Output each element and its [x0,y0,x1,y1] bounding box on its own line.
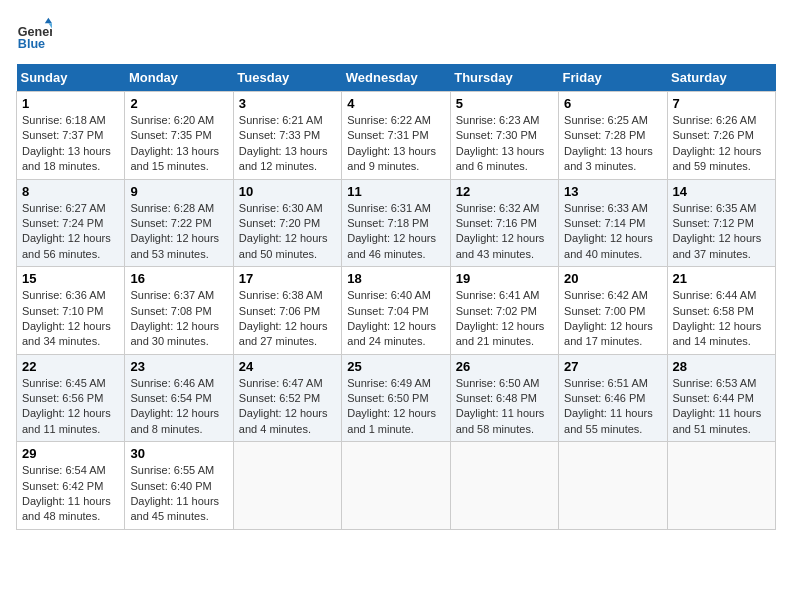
day-number: 11 [347,184,444,199]
day-number: 22 [22,359,119,374]
column-header-monday: Monday [125,64,233,92]
calendar-cell: 28Sunrise: 6:53 AMSunset: 6:44 PMDayligh… [667,354,775,442]
calendar-cell: 16Sunrise: 6:37 AMSunset: 7:08 PMDayligh… [125,267,233,355]
calendar-cell: 19Sunrise: 6:41 AMSunset: 7:02 PMDayligh… [450,267,558,355]
day-number: 4 [347,96,444,111]
day-number: 1 [22,96,119,111]
column-header-wednesday: Wednesday [342,64,450,92]
calendar-cell: 4Sunrise: 6:22 AMSunset: 7:31 PMDaylight… [342,92,450,180]
day-detail: Sunrise: 6:21 AMSunset: 7:33 PMDaylight:… [239,113,336,175]
calendar-cell: 6Sunrise: 6:25 AMSunset: 7:28 PMDaylight… [559,92,667,180]
calendar-cell: 17Sunrise: 6:38 AMSunset: 7:06 PMDayligh… [233,267,341,355]
day-number: 27 [564,359,661,374]
page-header: General Blue [16,16,776,52]
calendar-week-3: 15Sunrise: 6:36 AMSunset: 7:10 PMDayligh… [17,267,776,355]
day-number: 23 [130,359,227,374]
day-number: 5 [456,96,553,111]
day-detail: Sunrise: 6:54 AMSunset: 6:42 PMDaylight:… [22,463,119,525]
day-number: 29 [22,446,119,461]
calendar-cell: 20Sunrise: 6:42 AMSunset: 7:00 PMDayligh… [559,267,667,355]
day-detail: Sunrise: 6:23 AMSunset: 7:30 PMDaylight:… [456,113,553,175]
day-number: 19 [456,271,553,286]
day-number: 6 [564,96,661,111]
day-number: 28 [673,359,770,374]
logo: General Blue [16,16,52,52]
svg-text:Blue: Blue [18,37,45,51]
calendar-cell: 13Sunrise: 6:33 AMSunset: 7:14 PMDayligh… [559,179,667,267]
calendar-cell: 8Sunrise: 6:27 AMSunset: 7:24 PMDaylight… [17,179,125,267]
day-number: 24 [239,359,336,374]
calendar-cell [667,442,775,530]
day-detail: Sunrise: 6:45 AMSunset: 6:56 PMDaylight:… [22,376,119,438]
day-number: 15 [22,271,119,286]
calendar-week-5: 29Sunrise: 6:54 AMSunset: 6:42 PMDayligh… [17,442,776,530]
calendar-cell: 23Sunrise: 6:46 AMSunset: 6:54 PMDayligh… [125,354,233,442]
day-detail: Sunrise: 6:20 AMSunset: 7:35 PMDaylight:… [130,113,227,175]
day-detail: Sunrise: 6:22 AMSunset: 7:31 PMDaylight:… [347,113,444,175]
calendar-cell: 22Sunrise: 6:45 AMSunset: 6:56 PMDayligh… [17,354,125,442]
calendar-cell: 7Sunrise: 6:26 AMSunset: 7:26 PMDaylight… [667,92,775,180]
calendar-cell: 27Sunrise: 6:51 AMSunset: 6:46 PMDayligh… [559,354,667,442]
day-detail: Sunrise: 6:42 AMSunset: 7:00 PMDaylight:… [564,288,661,350]
day-detail: Sunrise: 6:51 AMSunset: 6:46 PMDaylight:… [564,376,661,438]
day-number: 2 [130,96,227,111]
day-number: 14 [673,184,770,199]
day-number: 18 [347,271,444,286]
day-detail: Sunrise: 6:35 AMSunset: 7:12 PMDaylight:… [673,201,770,263]
day-number: 30 [130,446,227,461]
column-header-friday: Friday [559,64,667,92]
day-detail: Sunrise: 6:38 AMSunset: 7:06 PMDaylight:… [239,288,336,350]
calendar-cell: 26Sunrise: 6:50 AMSunset: 6:48 PMDayligh… [450,354,558,442]
calendar-cell: 25Sunrise: 6:49 AMSunset: 6:50 PMDayligh… [342,354,450,442]
day-number: 21 [673,271,770,286]
day-detail: Sunrise: 6:33 AMSunset: 7:14 PMDaylight:… [564,201,661,263]
day-detail: Sunrise: 6:53 AMSunset: 6:44 PMDaylight:… [673,376,770,438]
day-detail: Sunrise: 6:27 AMSunset: 7:24 PMDaylight:… [22,201,119,263]
day-detail: Sunrise: 6:32 AMSunset: 7:16 PMDaylight:… [456,201,553,263]
day-detail: Sunrise: 6:31 AMSunset: 7:18 PMDaylight:… [347,201,444,263]
column-header-saturday: Saturday [667,64,775,92]
svg-marker-2 [45,18,52,23]
calendar-week-4: 22Sunrise: 6:45 AMSunset: 6:56 PMDayligh… [17,354,776,442]
calendar-table: SundayMondayTuesdayWednesdayThursdayFrid… [16,64,776,530]
day-detail: Sunrise: 6:46 AMSunset: 6:54 PMDaylight:… [130,376,227,438]
calendar-cell: 3Sunrise: 6:21 AMSunset: 7:33 PMDaylight… [233,92,341,180]
calendar-week-1: 1Sunrise: 6:18 AMSunset: 7:37 PMDaylight… [17,92,776,180]
day-number: 26 [456,359,553,374]
logo-icon: General Blue [16,16,52,52]
day-number: 12 [456,184,553,199]
day-number: 9 [130,184,227,199]
calendar-cell [559,442,667,530]
calendar-cell: 1Sunrise: 6:18 AMSunset: 7:37 PMDaylight… [17,92,125,180]
day-detail: Sunrise: 6:30 AMSunset: 7:20 PMDaylight:… [239,201,336,263]
calendar-cell: 12Sunrise: 6:32 AMSunset: 7:16 PMDayligh… [450,179,558,267]
calendar-week-2: 8Sunrise: 6:27 AMSunset: 7:24 PMDaylight… [17,179,776,267]
day-detail: Sunrise: 6:40 AMSunset: 7:04 PMDaylight:… [347,288,444,350]
day-detail: Sunrise: 6:28 AMSunset: 7:22 PMDaylight:… [130,201,227,263]
day-number: 16 [130,271,227,286]
day-detail: Sunrise: 6:25 AMSunset: 7:28 PMDaylight:… [564,113,661,175]
day-number: 20 [564,271,661,286]
day-number: 25 [347,359,444,374]
day-number: 3 [239,96,336,111]
calendar-cell [342,442,450,530]
calendar-cell: 18Sunrise: 6:40 AMSunset: 7:04 PMDayligh… [342,267,450,355]
column-header-tuesday: Tuesday [233,64,341,92]
day-detail: Sunrise: 6:50 AMSunset: 6:48 PMDaylight:… [456,376,553,438]
calendar-cell: 15Sunrise: 6:36 AMSunset: 7:10 PMDayligh… [17,267,125,355]
calendar-cell: 21Sunrise: 6:44 AMSunset: 6:58 PMDayligh… [667,267,775,355]
day-number: 13 [564,184,661,199]
calendar-cell [233,442,341,530]
day-detail: Sunrise: 6:44 AMSunset: 6:58 PMDaylight:… [673,288,770,350]
day-number: 17 [239,271,336,286]
calendar-cell: 2Sunrise: 6:20 AMSunset: 7:35 PMDaylight… [125,92,233,180]
calendar-cell: 24Sunrise: 6:47 AMSunset: 6:52 PMDayligh… [233,354,341,442]
day-number: 8 [22,184,119,199]
calendar-cell [450,442,558,530]
day-detail: Sunrise: 6:41 AMSunset: 7:02 PMDaylight:… [456,288,553,350]
calendar-cell: 5Sunrise: 6:23 AMSunset: 7:30 PMDaylight… [450,92,558,180]
day-detail: Sunrise: 6:49 AMSunset: 6:50 PMDaylight:… [347,376,444,438]
day-detail: Sunrise: 6:55 AMSunset: 6:40 PMDaylight:… [130,463,227,525]
calendar-cell: 9Sunrise: 6:28 AMSunset: 7:22 PMDaylight… [125,179,233,267]
calendar-cell: 10Sunrise: 6:30 AMSunset: 7:20 PMDayligh… [233,179,341,267]
